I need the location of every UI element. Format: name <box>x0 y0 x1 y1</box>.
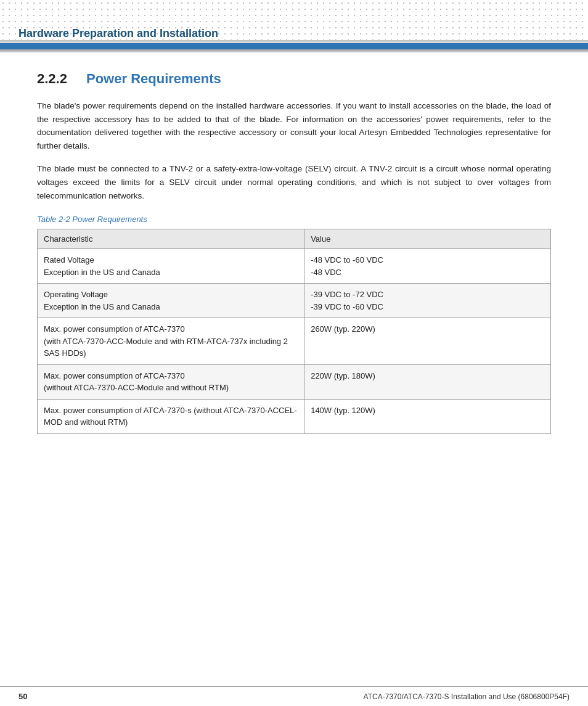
table-row: Max. power consumption of ATCA-7370-s (w… <box>38 399 551 433</box>
power-requirements-table: Characteristic Value Rated VoltageExcept… <box>37 229 551 434</box>
table-cell-characteristic: Max. power consumption of ATCA-7370(with… <box>38 364 304 399</box>
table-cell-value: 220W (typ. 180W) <box>304 364 551 399</box>
table-cell-characteristic: Max. power consumption of ATCA-7370-s (w… <box>38 399 304 433</box>
page-footer: 50 ATCA-7370/ATCA-7370-S Installation an… <box>0 686 588 706</box>
table-cell-characteristic: Max. power consumption of ATCA-7370(with… <box>38 318 304 365</box>
col-header-value: Value <box>304 229 551 249</box>
section-header: 2.2.2 Power Requirements <box>37 71 551 87</box>
table-cell-value: 140W (typ. 120W) <box>304 399 551 433</box>
table-caption: Table 2-2 Power Requirements <box>37 215 551 224</box>
section-number: 2.2.2 <box>37 71 74 87</box>
table-cell-characteristic: Rated VoltageException in the US and Can… <box>38 249 304 284</box>
page-number: 50 <box>18 692 27 701</box>
blue-bar <box>0 43 588 49</box>
table-row: Rated VoltageException in the US and Can… <box>38 249 551 284</box>
header-decoration: Hardware Preparation and Installation <box>0 0 588 49</box>
table-header-row: Characteristic Value <box>38 229 551 249</box>
section-title: Power Requirements <box>86 71 221 87</box>
paragraph-1: The blade's power requirements depend on… <box>37 99 551 152</box>
chapter-title: Hardware Preparation and Installation <box>18 27 218 40</box>
table-cell-value: -48 VDC to -60 VDC-48 VDC <box>304 249 551 284</box>
table-row: Operating VoltageException in the US and… <box>38 284 551 318</box>
table-row: Max. power consumption of ATCA-7370(with… <box>38 318 551 365</box>
table-row: Max. power consumption of ATCA-7370(with… <box>38 364 551 399</box>
main-content: 2.2.2 Power Requirements The blade's pow… <box>0 52 588 453</box>
document-title: ATCA-7370/ATCA-7370-S Installation and U… <box>364 692 570 701</box>
col-header-characteristic: Characteristic <box>38 229 304 249</box>
paragraph-2: The blade must be connected to a TNV-2 o… <box>37 162 551 202</box>
table-cell-characteristic: Operating VoltageException in the US and… <box>38 284 304 318</box>
table-cell-value: 260W (typ. 220W) <box>304 318 551 365</box>
table-cell-value: -39 VDC to -72 VDC-39 VDC to -60 VDC <box>304 284 551 318</box>
